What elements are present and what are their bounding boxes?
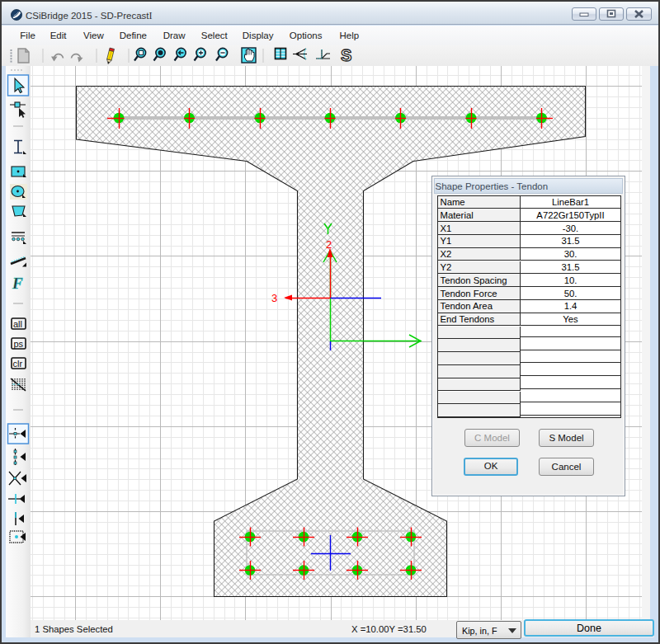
svg-text:clr: clr [13, 359, 23, 369]
svg-text:ps: ps [14, 339, 24, 349]
svg-text:2: 2 [326, 238, 332, 251]
svg-text:all: all [13, 319, 22, 329]
svg-text:F: F [12, 275, 23, 292]
svg-text:S: S [341, 46, 351, 64]
svg-text:3: 3 [271, 292, 277, 304]
